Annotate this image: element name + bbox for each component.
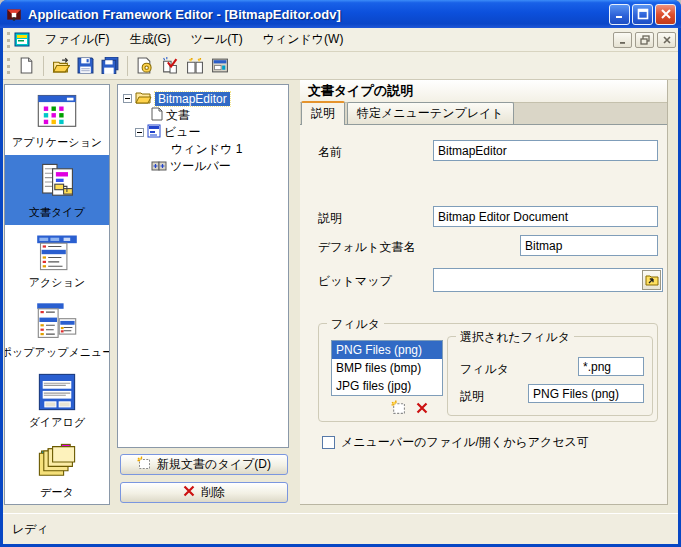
action-menu-icon	[35, 230, 79, 274]
dialog-icon	[35, 370, 79, 414]
project-tree: BitmapEditor 文書 ビュー ウィンドウ 1	[117, 84, 289, 448]
filter-list-item[interactable]: BMP files (bmp)	[332, 359, 442, 377]
selected-filter-input[interactable]	[578, 357, 644, 376]
description-label: 説明	[318, 210, 342, 227]
browse-folder-icon[interactable]	[642, 270, 661, 290]
maximize-icon[interactable]	[632, 4, 653, 25]
tree-node-label[interactable]: BitmapEditor	[155, 92, 230, 106]
tree-node-root[interactable]: BitmapEditor	[118, 90, 288, 107]
tree-node-view[interactable]: ビュー	[118, 124, 288, 141]
toolbar-separator	[43, 56, 44, 76]
collapse-icon[interactable]	[123, 94, 132, 103]
tree-node-label[interactable]: ツールバー	[170, 158, 231, 175]
category-sidebar: アプリケーション 文書タイプ アクション ポップアップメニュー	[4, 84, 110, 505]
save-all-icon[interactable]	[98, 54, 123, 78]
selected-filter-label: フィルタ	[460, 361, 509, 378]
filter-group-title: フィルタ	[327, 316, 384, 333]
sidebar-item-document-type[interactable]: 文書タイプ	[5, 155, 109, 225]
bitmap-input[interactable]	[433, 268, 663, 292]
tree-node-label[interactable]: ビュー	[164, 124, 201, 141]
status-text: レディ	[12, 521, 49, 538]
mdi-close-icon[interactable]	[657, 32, 676, 48]
mdi-document-icon[interactable]	[14, 32, 31, 48]
sidebar-item-label: 文書タイプ	[29, 205, 85, 220]
menu-window[interactable]: ウィンドウ(W)	[253, 28, 354, 51]
generate-check-icon[interactable]	[157, 54, 182, 78]
default-doc-name-label: デフォルト文書名	[318, 239, 415, 256]
mdi-restore-icon[interactable]	[635, 32, 654, 48]
delete-button[interactable]: 削除	[120, 482, 288, 503]
sidebar-item-label: データ	[40, 485, 74, 500]
default-doc-name-input[interactable]	[520, 235, 658, 256]
app-window: Application Framework Editor - [BitmapEd…	[0, 0, 681, 547]
popup-menu-icon	[35, 300, 79, 344]
new-document-type-button[interactable]: 新規文書のタイプ(D)	[120, 454, 288, 475]
checkbox-icon[interactable]	[322, 436, 335, 449]
titlebar: Application Framework Editor - [BitmapEd…	[0, 0, 681, 28]
tree-node-label[interactable]: 文書	[166, 107, 190, 124]
tab-strip: 説明 特定メニューテンプレイト	[300, 103, 667, 125]
data-folders-icon	[35, 440, 79, 484]
menu-file[interactable]: ファイル(F)	[35, 28, 119, 51]
menubar: ファイル(F) 生成(G) ツール(T) ウィンドウ(W)	[3, 28, 678, 52]
new-item-icon	[137, 456, 151, 473]
menu-generate[interactable]: 生成(G)	[119, 28, 180, 51]
save-icon[interactable]	[73, 54, 98, 78]
tab-menu-template[interactable]: 特定メニューテンプレイト	[347, 102, 514, 124]
remove-filter-icon[interactable]	[416, 402, 428, 417]
application-icon	[35, 90, 79, 134]
selected-filter-title: 選択されたフィルタ	[456, 329, 574, 346]
toolbar-grip[interactable]	[7, 58, 10, 74]
collapse-icon[interactable]	[135, 128, 144, 137]
preview-window-icon[interactable]	[207, 54, 232, 78]
name-input[interactable]	[433, 140, 658, 161]
sidebar-item-popup-menu[interactable]: ポップアップメニュー	[5, 295, 109, 365]
menu-access-checkbox-row[interactable]: メニューバーのファイル/開くからアクセス可	[322, 434, 589, 451]
filter-list-item[interactable]: JPG files (jpg)	[332, 377, 442, 395]
toolbar-separator	[127, 56, 128, 76]
generate-all-icon[interactable]	[182, 54, 207, 78]
menu-tools[interactable]: ツール(T)	[181, 28, 253, 51]
filter-groupbox: フィルタ PNG Files (png) BMP files (bmp) JPG…	[318, 323, 658, 422]
minimize-icon[interactable]	[609, 4, 630, 25]
description-input[interactable]	[433, 206, 658, 227]
sidebar-item-application[interactable]: アプリケーション	[5, 85, 109, 155]
filter-listbox[interactable]: PNG Files (png) BMP files (bmp) JPG file…	[331, 340, 443, 396]
sidebar-item-data[interactable]: データ	[5, 435, 109, 505]
tree-node-window1[interactable]: ウィンドウ 1	[118, 141, 288, 158]
button-label: 削除	[201, 484, 225, 501]
selected-filter-desc-input[interactable]	[528, 384, 644, 403]
generate-icon[interactable]	[132, 54, 157, 78]
selected-filter-groupbox: 選択されたフィルタ フィルタ 説明	[447, 336, 653, 416]
open-file-icon[interactable]	[48, 54, 73, 78]
selected-filter-desc-label: 説明	[460, 388, 484, 405]
tab-description[interactable]: 説明	[301, 101, 345, 125]
app-logo-icon	[5, 5, 23, 23]
sidebar-item-dialog[interactable]: ダイアログ	[5, 365, 109, 435]
tab-page-description: 名前 説明 デフォルト文書名 ビットマップ フィルタ PNG Files (pn…	[300, 125, 667, 504]
menubar-grip[interactable]	[7, 32, 10, 48]
toolbar	[3, 52, 678, 80]
statusbar: レディ	[3, 513, 678, 544]
close-icon[interactable]	[655, 4, 676, 25]
main-content: アプリケーション 文書タイプ アクション ポップアップメニュー	[3, 80, 678, 513]
tree-node-toolbar[interactable]: ツールバー	[118, 158, 288, 175]
sidebar-item-action[interactable]: アクション	[5, 225, 109, 295]
open-folder-icon	[135, 90, 152, 107]
checkbox-label: メニューバーのファイル/開くからアクセス可	[341, 434, 589, 451]
window-title: Application Framework Editor - [BitmapEd…	[28, 7, 607, 22]
button-label: 新規文書のタイプ(D)	[157, 456, 271, 473]
tree-node-label[interactable]: ウィンドウ 1	[171, 141, 242, 158]
add-filter-icon[interactable]	[391, 400, 406, 418]
filter-list-item[interactable]: PNG Files (png)	[332, 341, 442, 359]
name-label: 名前	[318, 144, 342, 161]
sidebar-item-label: ダイアログ	[29, 415, 85, 430]
sidebar-item-label: ポップアップメニュー	[4, 345, 110, 360]
bitmap-label: ビットマップ	[318, 273, 392, 290]
sidebar-item-label: アクション	[29, 275, 85, 290]
mdi-minimize-icon[interactable]	[613, 32, 632, 48]
document-icon	[151, 107, 163, 124]
tree-node-document[interactable]: 文書	[118, 107, 288, 124]
view-icon	[147, 124, 161, 141]
new-document-icon[interactable]	[14, 54, 39, 78]
